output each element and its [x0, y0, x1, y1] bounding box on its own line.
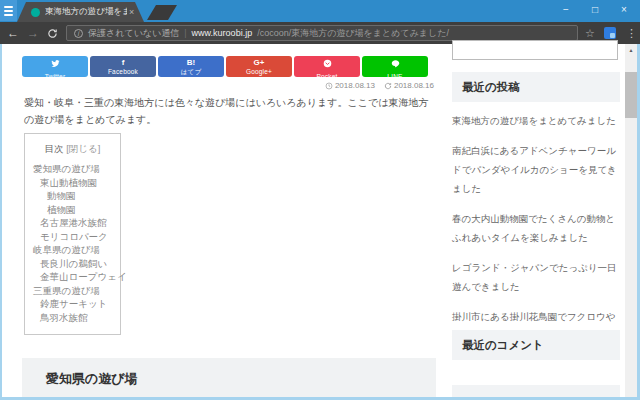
googleplus-icon: G+: [254, 59, 265, 67]
url-bar[interactable]: i 保護されていない通信 | www.kuroobi.jp/cocoon/東海地…: [66, 25, 578, 41]
clock-icon: [325, 82, 333, 90]
toc-item[interactable]: 鈴鹿サーキット: [33, 297, 112, 311]
table-of-contents: 目次 [閉じる] 愛知県の遊び場東山動植物園動物園植物園名古屋港水族館モリコロパ…: [24, 133, 121, 335]
toc-item[interactable]: 植物園: [33, 203, 112, 217]
forward-icon: →: [23, 22, 43, 44]
share-googleplus-button[interactable]: G+ Google+: [226, 56, 292, 77]
recent-post-link[interactable]: 東海地方の遊び場をまとめてみました: [452, 111, 620, 130]
toc-item[interactable]: 長良川の鵜飼い: [33, 257, 112, 271]
browser-tab[interactable]: 東海地方の遊び場をまとめ ×: [17, 2, 144, 22]
toc-item[interactable]: 金華山ロープウェイ: [33, 270, 112, 284]
toc-item[interactable]: 名古屋港水族館: [33, 216, 112, 230]
share-label: Facebook: [108, 68, 138, 75]
tab-close-icon[interactable]: ×: [129, 7, 134, 17]
share-label: Google+: [246, 68, 272, 75]
page-scrollbar[interactable]: ▲: [625, 44, 637, 397]
hatena-icon: B!: [187, 59, 195, 67]
url-domain: www.kuroobi.jp: [192, 28, 253, 38]
toc-item[interactable]: 鳥羽水族館: [33, 311, 112, 325]
toc-item[interactable]: モリコロパーク: [33, 230, 112, 244]
share-facebook-button[interactable]: f Facebook: [90, 56, 156, 77]
main-column: Twitter f Facebook B! はてブ G+ Google+: [22, 44, 434, 397]
recent-comments-heading: 最近のコメント: [452, 330, 620, 360]
section-heading: 愛知県の遊び場: [22, 358, 436, 397]
extension-icon[interactable]: [604, 27, 616, 39]
page-content: Twitter f Facebook B! はてブ G+ Google+: [0, 44, 640, 400]
share-buttons-row: Twitter f Facebook B! はてブ G+ Google+: [22, 56, 428, 77]
toc-title: 目次: [45, 143, 64, 154]
updated-date: 2018.08.16: [384, 81, 434, 90]
new-tab-button[interactable]: [147, 5, 177, 20]
sidebar-search-input[interactable]: [452, 40, 618, 60]
toc-item[interactable]: 動物園: [33, 189, 112, 203]
share-label: はてブ: [181, 68, 202, 75]
url-separator: |: [184, 28, 186, 38]
share-line-button[interactable]: LINE: [362, 56, 428, 77]
post-dates: 2018.08.13 2018.08.16: [325, 81, 434, 90]
pocket-icon: [323, 54, 332, 72]
twitter-icon: [51, 54, 60, 72]
share-twitter-button[interactable]: Twitter: [22, 56, 88, 77]
recent-post-link[interactable]: 春の大内山動物園でたくさんの動物とふれあいタイムを楽しみました: [452, 209, 620, 247]
share-hatena-button[interactable]: B! はてブ: [158, 56, 224, 77]
intro-paragraph: 愛知・岐阜・三重の東海地方には色々な遊び場にはいろいろあります。ここでは東海地方…: [24, 94, 432, 128]
sidebar-widget-partial: [452, 385, 620, 397]
info-icon[interactable]: i: [74, 29, 83, 38]
recent-post-link[interactable]: レゴランド・ジャパンでたっぷり一日遊んできました: [452, 258, 620, 296]
scroll-up-icon[interactable]: ▲: [625, 44, 637, 56]
facebook-icon: f: [122, 59, 125, 67]
window-maximize-button[interactable]: □: [589, 1, 601, 19]
recent-posts-heading: 最近の投稿: [452, 72, 620, 102]
browser-menu-icon[interactable]: [0, 0, 17, 21]
line-icon: [391, 54, 400, 72]
title-bar: 東海地方の遊び場をまとめ × − □ ×: [0, 0, 640, 22]
toc-item[interactable]: 三重県の遊び場: [33, 284, 112, 298]
window-close-button[interactable]: ×: [618, 1, 630, 19]
toc-toggle-link[interactable]: [閉じる]: [66, 143, 100, 154]
site-favicon-icon: [31, 8, 40, 17]
window-minimize-button[interactable]: −: [560, 1, 572, 19]
toc-item[interactable]: 岐阜県の遊び場: [33, 243, 112, 257]
back-icon[interactable]: ←: [3, 22, 23, 44]
share-pocket-button[interactable]: Pocket: [294, 56, 360, 77]
toc-item[interactable]: 愛知県の遊び場: [33, 162, 112, 176]
scrollbar-thumb[interactable]: [625, 72, 637, 118]
recent-post-link[interactable]: 南紀白浜にあるアドベンチャーワールドでパンダやイルカのショーを見てきました: [452, 141, 620, 198]
security-status: 保護されていない通信: [88, 27, 179, 40]
published-date: 2018.08.13: [325, 81, 375, 90]
sidebar: 最近の投稿 東海地方の遊び場をまとめてみました南紀白浜にあるアドベンチャーワール…: [452, 44, 620, 397]
browser-window: 東海地方の遊び場をまとめ × − □ × ← → i 保護されていない通信 | …: [0, 0, 640, 400]
reload-icon[interactable]: [43, 28, 61, 39]
toc-list: 愛知県の遊び場東山動植物園動物園植物園名古屋港水族館モリコロパーク岐阜県の遊び場…: [33, 162, 112, 324]
tab-title: 東海地方の遊び場をまとめ: [45, 6, 127, 18]
refresh-icon: [384, 82, 392, 90]
url-path: /cocoon/東海地方の遊び場をまとめてみました/: [257, 27, 449, 40]
toc-item[interactable]: 東山動植物園: [33, 176, 112, 190]
bookmark-star-icon[interactable]: ☆: [585, 27, 595, 40]
share-label: Twitter: [45, 73, 66, 80]
browser-menu-dots-icon[interactable]: ⋮: [626, 27, 637, 40]
share-label: Pocket: [316, 73, 337, 80]
share-label: LINE: [387, 73, 402, 80]
